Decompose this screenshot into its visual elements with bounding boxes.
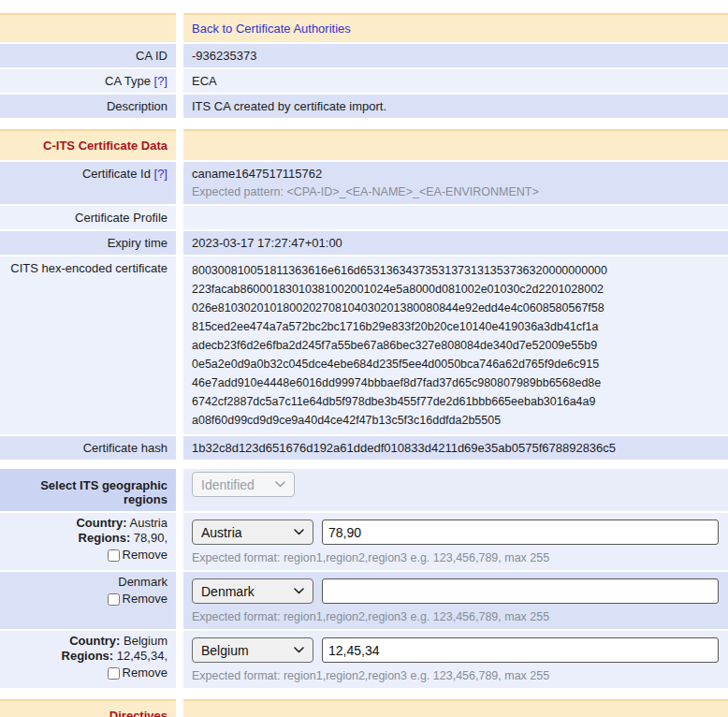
back-to-certificate-authorities-link[interactable]: Back to Certificate Authorities: [192, 20, 351, 37]
geo-regions-label: Select ITS geographic regions: [0, 474, 167, 506]
hex-line: 800300810051811363616e616d65313634373531…: [192, 261, 719, 280]
certificate-hash-label: Certificate hash: [83, 441, 167, 455]
regions-info-line: Regions: 12,45,34,: [62, 649, 167, 664]
certificate-profile-value: [192, 211, 719, 225]
back-link-row-label-cell: [0, 13, 176, 42]
chevron-down-icon: [294, 588, 304, 594]
country-select-value: Denmark: [201, 584, 255, 599]
chevron-down-icon: [294, 529, 304, 535]
ca-edit-page: Back to Certificate Authorities CA ID -9…: [0, 0, 728, 717]
certificate-id-value: caname1647517115762: [192, 167, 719, 181]
expiry-time-row: Expiry time 2023-03-17 17:27:47+01:00: [0, 231, 728, 255]
remove-label: Remove: [123, 548, 167, 563]
ca-type-help-icon[interactable]: [?]: [154, 74, 167, 88]
cits-section-header-row: C-ITS Certificate Data: [0, 129, 728, 160]
country-info-line: Denmark: [118, 575, 167, 590]
remove-control: Remove: [108, 666, 167, 680]
regions-format-hint: Expected format: region1,region2,region3…: [192, 551, 719, 565]
hex-certificate-row: CITS hex-encoded certificate 80030081005…: [0, 256, 728, 434]
chevron-down-icon: [294, 647, 304, 653]
ca-type-label: CA Type [?]: [105, 74, 167, 88]
regions-format-hint: Expected format: region1,region2,region3…: [192, 610, 719, 624]
regions-input-belgium[interactable]: [322, 637, 719, 663]
ca-id-label: CA ID: [136, 49, 167, 63]
hex-line: 0e5a2e0d9a0b32c045dce4ebe684d235f5ee4d00…: [192, 355, 719, 373]
remove-label: Remove: [123, 592, 167, 607]
back-link-cell: Back to Certificate Authorities: [183, 13, 728, 42]
geo-regions-header-row: Select ITS geographic regions Identified: [0, 469, 728, 511]
ca-type-row: CA Type [?] ECA: [0, 69, 728, 93]
certificate-id-label: Certificate Id [?]: [82, 167, 167, 181]
remove-label: Remove: [123, 666, 167, 680]
hex-line: adecb23f6d2e6fba2d245f7a55be67a86bec327e…: [192, 336, 719, 355]
geo-mode-select: Identified: [192, 472, 295, 497]
remove-checkbox-denmark[interactable]: [108, 593, 120, 606]
regions-info-line: Regions: 78,90,: [79, 531, 167, 546]
certificate-id-help-icon[interactable]: [?]: [154, 167, 167, 181]
directives-section-header-spacer: [183, 699, 728, 717]
certificate-profile-label: Certificate Profile: [75, 211, 167, 225]
hex-line: 026e810302010180020270810403020138008084…: [192, 299, 719, 317]
description-label: Description: [107, 99, 167, 113]
remove-control: Remove: [108, 592, 167, 607]
ca-type-value: ECA: [192, 74, 217, 88]
country-select-value: Belgium: [201, 643, 249, 658]
remove-checkbox-belgium[interactable]: [108, 667, 120, 680]
back-link-row: Back to Certificate Authorities: [0, 13, 728, 42]
directives-section-header-row: Directives: [0, 699, 728, 717]
hex-line: 815ced2ee474a7a572bc2bc1716b29e833f20b20…: [192, 317, 719, 336]
directives-section-title: Directives: [109, 706, 167, 717]
ca-id-value: -936235373: [192, 49, 256, 63]
hex-line: a08f60d99cd9d9ce9a40d4ce42f47b13c5f3c16d…: [192, 411, 719, 430]
regions-input-austria[interactable]: [322, 519, 719, 545]
remove-checkbox-austria[interactable]: [108, 549, 120, 562]
country-select-value: Austria: [201, 525, 242, 540]
chevron-down-icon: [275, 481, 285, 488]
remove-control: Remove: [108, 548, 167, 563]
geo-country-row-denmark: Denmark Remove Denmark Expected format: …: [0, 572, 728, 629]
certificate-hash-row: Certificate hash 1b32c8d123d651676d192a6…: [0, 436, 728, 460]
cits-section-header-spacer: [183, 129, 728, 160]
geo-country-row-belgium: Country: Belgium Regions: 12,45,34, Remo…: [0, 631, 728, 688]
geo-country-row-austria: Country: Austria Regions: 78,90, Remove …: [0, 513, 728, 570]
ca-id-row: CA ID -936235373: [0, 44, 728, 67]
regions-format-hint: Expected format: region1,region2,region3…: [192, 669, 719, 683]
hex-line: 46e7add910e4448e6016dd99974bbbaef8d7fad3…: [192, 373, 719, 392]
certificate-hash-value: 1b32c8d123d651676d192a61ddedf010833d4211…: [192, 441, 616, 455]
certificate-id-row: Certificate Id [?] caname1647517115762 E…: [0, 162, 728, 204]
description-value: ITS CA created by certificate import.: [192, 99, 386, 113]
country-info-line: Country: Austria: [76, 516, 167, 531]
hex-certificate-value: 800300810051811363616e616d65313634373531…: [192, 261, 719, 430]
hex-line: 6742cf2887dc5a7c11e64db5f978dbe3b455f77d…: [192, 392, 719, 411]
description-row: Description ITS CA created by certificat…: [0, 95, 728, 118]
cits-section-title: C-ITS Certificate Data: [43, 136, 167, 155]
country-select-belgium[interactable]: Belgium: [192, 637, 313, 663]
expiry-time-label: Expiry time: [108, 236, 167, 250]
certificate-id-pattern-hint: Expected pattern: <CPA-ID>_<EA-NAME>_<EA…: [192, 185, 719, 199]
certificate-profile-row: Certificate Profile: [0, 206, 728, 229]
expiry-time-value: 2023-03-17 17:27:47+01:00: [192, 236, 342, 250]
geo-mode-select-value: Identified: [201, 477, 255, 492]
regions-input-denmark[interactable]: [322, 578, 719, 604]
country-select-denmark[interactable]: Denmark: [192, 578, 313, 604]
hex-certificate-label: CITS hex-encoded certificate: [10, 261, 167, 275]
country-info-line: Country: Belgium: [69, 634, 167, 649]
hex-line: 223facab86000183010381002001024e5a8000d0…: [192, 280, 719, 299]
country-select-austria[interactable]: Austria: [192, 519, 313, 545]
